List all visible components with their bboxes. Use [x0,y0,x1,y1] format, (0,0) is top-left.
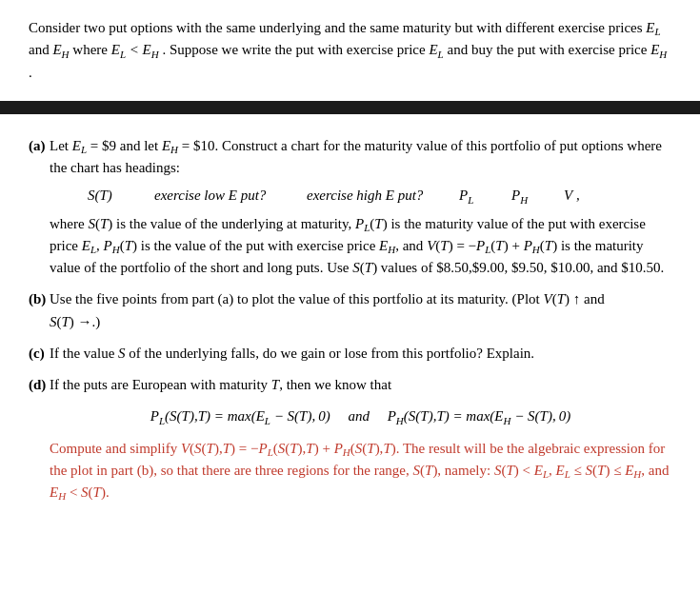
part-d-intro: If the puts are European with maturity T… [50,374,671,396]
where-text: where [72,42,110,57]
eh-ref: EH [650,42,667,57]
part-a-label: (a) [29,135,50,157]
part-a-where: where S(T) is the value of the underlyin… [50,213,671,280]
period: . [29,65,32,80]
part-a-content: Let EL = $9 and let EH = $10. Construct … [50,135,671,280]
eh-var: EH [52,42,69,57]
part-c: (c) If the value S of the underlying fal… [29,343,671,365]
part-d-label: (d) [29,374,50,396]
part-b-label: (b) [29,288,50,310]
heading-ph: PH [511,185,564,207]
table-headings: S(T) exercise low E put? exercise high E… [88,185,671,207]
el-ref: EL [429,42,443,57]
part-d: (d) If the puts are European with maturi… [29,374,671,504]
and-buy-text: and buy the put with exercise price [447,42,650,57]
part-a-intro: Let EL = $9 and let EH = $10. Construct … [50,135,671,180]
page: Consider two put options with the same u… [0,0,700,593]
part-b-text2: S(T) →.) [50,311,671,333]
heading-pl: PL [459,185,511,207]
part-b-content: Use the five points from part (a) to plo… [50,288,671,333]
part-c-content: If the value S of the underlying falls, … [50,343,671,365]
heading-st: S(T) [88,185,154,207]
part-c-label: (c) [29,343,50,365]
and-connector: and [29,42,52,57]
and-word: and [348,408,370,424]
part-a: (a) Let EL = $9 and let EH = $10. Constr… [29,135,671,280]
bottom-section: (a) Let EL = $9 and let EH = $10. Constr… [0,114,700,531]
heading-v: V , [564,185,602,207]
intro-paragraph: Consider two put options with the same u… [29,17,671,84]
part-c-text: If the value S of the underlying falls, … [50,343,671,365]
part-b-text: Use the five points from part (a) to plo… [50,288,671,310]
el-var: EL [646,20,660,35]
heading-el: exercise low E put? [154,185,307,207]
part-d-content: If the puts are European with maturity T… [50,374,671,504]
top-section: Consider two put options with the same u… [0,0,700,101]
formula-left: PL(S(T),T) = max(EL − S(T), 0) [150,408,334,424]
divider-bar [0,101,700,114]
formula-right: PH(S(T),T) = max(EH − S(T), 0) [388,408,571,424]
part-d-compute: Compute and simplify V(S(T),T) = −PL(S(T… [50,438,671,504]
suppose-text: . Suppose we write the put with exercise… [163,42,430,57]
heading-eh: exercise high E put? [307,185,459,207]
math-display-row: PL(S(T),T) = max(EL − S(T), 0) and PH(S(… [50,405,671,427]
el-lt-eh: EL < EH [111,42,159,57]
part-b: (b) Use the five points from part (a) to… [29,288,671,333]
